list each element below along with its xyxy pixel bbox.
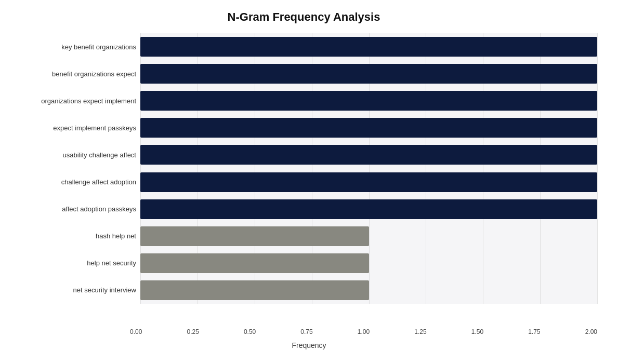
x-tick-label: 0.75 [300, 328, 312, 335]
bar [140, 37, 597, 57]
x-tick-label: 0.00 [130, 328, 142, 335]
y-label: help net security [10, 250, 136, 277]
bar-row [140, 197, 597, 222]
bar-row [140, 170, 597, 195]
bar-row [140, 88, 597, 113]
bar [140, 172, 597, 192]
bars-section [140, 33, 597, 304]
y-label: organizations expect implement [10, 87, 136, 114]
x-tick-label: 2.00 [585, 328, 597, 335]
grid-line [597, 33, 598, 304]
chart-container: N-Gram Frequency Analysis key benefit or… [0, 0, 618, 364]
y-label: affect adoption passkeys [10, 196, 136, 223]
x-tick-label: 1.00 [358, 328, 370, 335]
y-label: key benefit organizations [10, 33, 136, 60]
bar-row [140, 142, 597, 167]
x-tick-label: 1.50 [471, 328, 483, 335]
bar [140, 199, 597, 219]
y-label: usability challenge affect [10, 141, 136, 168]
y-axis-labels: key benefit organizationsbenefit organiz… [10, 33, 140, 304]
bar-row [140, 224, 597, 249]
bar [140, 118, 597, 138]
bar [140, 91, 597, 111]
chart-title: N-Gram Frequency Analysis [10, 10, 597, 24]
bar-row [140, 61, 597, 86]
y-label: hash help net [10, 223, 136, 250]
bar [140, 64, 597, 84]
x-axis: 0.000.250.500.751.001.251.501.752.00 [130, 328, 597, 335]
bar-row [140, 115, 597, 140]
y-label: challenge affect adoption [10, 168, 136, 195]
x-tick-label: 0.50 [244, 328, 256, 335]
bar [140, 226, 369, 246]
bar [140, 145, 597, 165]
y-label: benefit organizations expect [10, 60, 136, 87]
bar [140, 280, 369, 300]
bar-row [140, 34, 597, 59]
bar-row [140, 251, 597, 276]
x-axis-label: Frequency [0, 341, 618, 349]
x-tick-label: 1.75 [528, 328, 540, 335]
bar-row [140, 278, 597, 303]
chart-area: key benefit organizationsbenefit organiz… [10, 33, 597, 304]
x-tick-label: 0.25 [187, 328, 199, 335]
bar [140, 253, 369, 273]
y-label: expect implement passkeys [10, 114, 136, 141]
x-tick-label: 1.25 [414, 328, 426, 335]
y-label: net security interview [10, 277, 136, 304]
